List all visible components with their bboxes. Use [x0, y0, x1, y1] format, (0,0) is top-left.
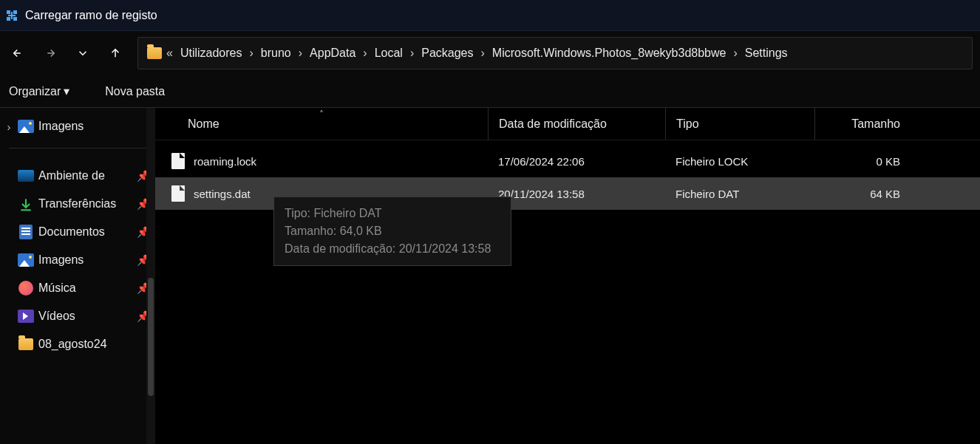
sidebar-item[interactable]: Transferências📌	[0, 190, 155, 218]
tooltip-line: Tipo: Ficheiro DAT	[285, 205, 500, 222]
breadcrumb-overflow[interactable]: «	[162, 47, 177, 60]
sidebar-separator	[9, 148, 146, 148]
column-size[interactable]: Tamanho	[814, 108, 911, 140]
recent-locations-button[interactable]	[67, 37, 99, 69]
sidebar-item[interactable]: Imagens📌	[0, 246, 155, 274]
folder-icon	[18, 336, 34, 352]
sidebar-label: Música	[38, 281, 132, 295]
column-label: Data de modificação	[499, 117, 607, 131]
file-icon	[171, 153, 185, 169]
breadcrumb-segment[interactable]: Settings	[742, 44, 791, 62]
file-icon	[171, 185, 185, 202]
breadcrumb-chevron-icon[interactable]: ›	[406, 47, 418, 60]
pict-icon	[18, 252, 34, 268]
navigation-pane[interactable]: › Imagens Ambiente de 📌Transferências📌Do…	[0, 108, 155, 444]
chevron-right-icon[interactable]: ›	[4, 120, 13, 133]
sidebar-item-imagens-root[interactable]: › Imagens	[0, 112, 155, 140]
title-bar: Carregar ramo de registo	[0, 0, 980, 31]
file-date: 17/06/2024 22:06	[498, 155, 585, 168]
breadcrumb-segment[interactable]: bruno	[258, 44, 294, 62]
breadcrumb-chevron-icon[interactable]: ›	[294, 47, 307, 60]
new-folder-label: Nova pasta	[105, 85, 165, 98]
music-icon	[18, 280, 34, 296]
organize-label: Organizar	[9, 85, 61, 98]
navigation-bar: « Utilizadores›bruno›AppData›Local›Packa…	[0, 31, 980, 75]
column-label: Tamanho	[851, 117, 900, 131]
back-button[interactable]	[1, 37, 34, 69]
window-title: Carregar ramo de registo	[25, 9, 157, 22]
breadcrumb-segment[interactable]: Microsoft.Windows.Photos_8wekyb3d8bbwe	[489, 44, 729, 62]
sidebar-label: Ambiente de	[38, 169, 132, 182]
column-date[interactable]: Data de modificação	[488, 108, 665, 140]
file-tooltip: Tipo: Ficheiro DAT Tamanho: 64,0 KB Data…	[273, 197, 511, 266]
sidebar-label: Documentos	[38, 225, 132, 239]
breadcrumb-segment[interactable]: Local	[372, 44, 406, 62]
sidebar-label: Imagens	[38, 253, 132, 267]
column-headers[interactable]: Nome ˄ Data de modificação Tipo Tamanho	[155, 108, 980, 140]
sidebar-label: Imagens	[38, 120, 149, 133]
tooltip-line: Tamanho: 64,0 KB	[285, 222, 500, 240]
file-type: Ficheiro LOCK	[676, 155, 748, 168]
file-name: roaming.lock	[194, 155, 256, 168]
breadcrumb-segment[interactable]: AppData	[307, 44, 358, 62]
tooltip-line: Data de modificação: 20/11/2024 13:58	[285, 240, 500, 258]
svg-rect-2	[7, 17, 10, 21]
sidebar-item[interactable]: Ambiente de 📌	[0, 162, 155, 190]
pictures-icon	[18, 118, 34, 134]
download-icon	[18, 196, 34, 212]
breadcrumb-segment[interactable]: Packages	[418, 44, 476, 62]
sidebar-item[interactable]: Música📌	[0, 274, 155, 302]
svg-rect-1	[13, 10, 17, 14]
column-name[interactable]: Nome ˄	[155, 108, 488, 140]
svg-rect-0	[7, 10, 10, 14]
breadcrumb-chevron-icon[interactable]: ›	[477, 47, 489, 60]
column-label: Tipo	[676, 117, 699, 131]
sidebar-label: Vídeos	[38, 310, 132, 323]
file-size: 0 KB	[876, 155, 900, 168]
breadcrumb-chevron-icon[interactable]: ›	[358, 47, 371, 60]
column-type[interactable]: Tipo	[665, 108, 814, 140]
doc-icon	[18, 224, 34, 240]
sidebar-scrollbar[interactable]	[146, 108, 155, 444]
column-label: Nome	[188, 117, 220, 131]
address-bar[interactable]: « Utilizadores›bruno›AppData›Local›Packa…	[137, 37, 973, 69]
breadcrumb-chevron-icon[interactable]: ›	[729, 47, 741, 60]
file-type: Ficheiro DAT	[676, 188, 739, 200]
sidebar-item[interactable]: Vídeos📌	[0, 302, 155, 330]
sidebar-item[interactable]: 08_agosto24	[0, 330, 155, 358]
registry-icon	[6, 10, 18, 21]
folder-icon	[147, 47, 162, 59]
sort-asc-icon: ˄	[319, 109, 324, 120]
sidebar-label: 08_agosto24	[38, 338, 132, 351]
file-size: 64 KB	[870, 188, 900, 200]
breadcrumb-segment[interactable]: Utilizadores	[177, 44, 245, 62]
breadcrumb-chevron-icon[interactable]: ›	[245, 47, 258, 60]
file-row[interactable]: roaming.lock17/06/2024 22:06Ficheiro LOC…	[155, 145, 980, 177]
up-button[interactable]	[99, 37, 132, 69]
desktop-icon	[18, 168, 34, 184]
sidebar-label: Transferências	[38, 197, 132, 211]
svg-rect-5	[8, 15, 16, 16]
new-folder-button[interactable]: Nova pasta	[101, 81, 169, 103]
file-list-pane[interactable]: Nome ˄ Data de modificação Tipo Tamanho …	[155, 108, 980, 444]
video-icon	[18, 308, 34, 324]
chevron-down-icon: ▾	[64, 84, 69, 98]
scrollbar-thumb[interactable]	[148, 278, 154, 396]
forward-button[interactable]	[34, 37, 67, 69]
svg-rect-3	[13, 17, 17, 21]
organize-button[interactable]: Organizar ▾	[4, 80, 74, 103]
file-name: settings.dat	[194, 188, 251, 200]
sidebar-item[interactable]: Documentos📌	[0, 218, 155, 246]
toolbar: Organizar ▾ Nova pasta	[0, 75, 980, 108]
